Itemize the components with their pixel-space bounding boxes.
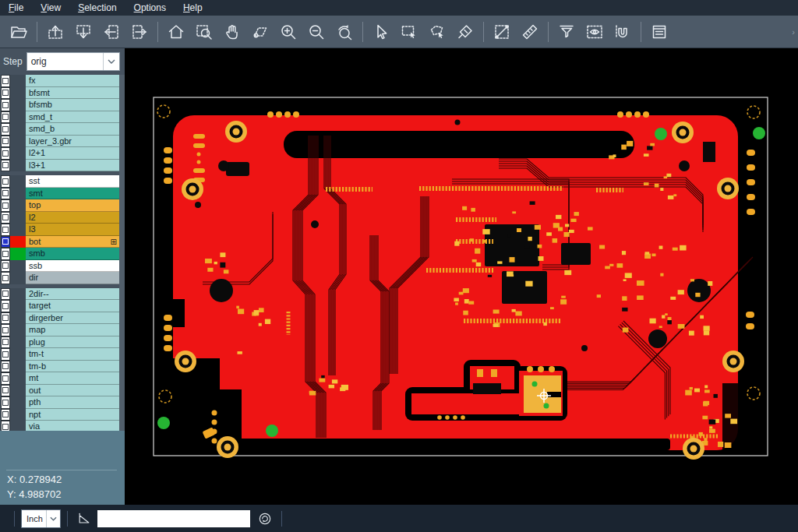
layer-checkbox[interactable]	[1, 147, 10, 160]
menu-item-selection[interactable]: Selection	[69, 0, 125, 16]
layer-checkbox[interactable]	[1, 396, 10, 409]
layer-checkbox[interactable]	[1, 336, 10, 349]
layer-row-l3[interactable]: l3	[0, 224, 125, 236]
layer-row-smt[interactable]: smt	[0, 188, 125, 200]
layer-checkbox[interactable]	[1, 160, 10, 172]
layer-checkbox[interactable]	[1, 188, 10, 200]
snap-button[interactable]	[609, 19, 637, 45]
layer-row-out[interactable]: out	[0, 385, 125, 397]
pan-button[interactable]	[218, 19, 246, 45]
layer-checkbox[interactable]	[1, 324, 10, 336]
layer-checkbox[interactable]	[1, 99, 10, 111]
filter-button[interactable]	[553, 19, 581, 45]
report-button[interactable]	[645, 19, 673, 45]
measure-button[interactable]	[488, 19, 516, 45]
sidebar-scrollbar[interactable]	[119, 75, 125, 479]
layer-row-npt[interactable]: npt	[0, 409, 125, 421]
layer-checkbox[interactable]	[1, 224, 10, 236]
layer-color-swatch	[10, 300, 26, 312]
layer-row-l2+1[interactable]: l2+1	[0, 147, 125, 160]
units-select[interactable]: Inch	[21, 509, 61, 528]
layer-checkbox[interactable]	[1, 312, 10, 325]
layer-row-target[interactable]: target	[0, 300, 125, 312]
layer-row-smd_t[interactable]: smd_t	[0, 111, 125, 124]
layer-visibility-button[interactable]	[581, 19, 609, 45]
layer-checkbox[interactable]	[1, 300, 10, 312]
layer-checkbox[interactable]	[1, 123, 10, 136]
cursor-y-readout: Y: 4.988702	[7, 488, 61, 500]
layer-row-layer_3.gbr[interactable]: layer_3.gbr	[0, 136, 125, 148]
layer-color-swatch	[10, 147, 26, 160]
move-right-button[interactable]	[125, 19, 154, 45]
layer-row-smb[interactable]: smb	[0, 248, 125, 260]
open-button[interactable]	[5, 19, 33, 45]
layer-checkbox[interactable]	[1, 272, 10, 284]
move-down-button[interactable]	[69, 19, 97, 45]
layer-row-bot[interactable]: bot⊞	[0, 236, 125, 248]
layer-checkbox[interactable]	[1, 199, 10, 212]
move-up-button[interactable]	[41, 19, 69, 45]
layer-row-map[interactable]: map	[0, 324, 125, 336]
layer-checkbox[interactable]	[1, 111, 10, 124]
layer-checkbox[interactable]	[1, 288, 10, 301]
layer-checkbox[interactable]	[1, 409, 10, 421]
layer-checkbox[interactable]	[1, 87, 10, 100]
layer-row-sst[interactable]: sst	[0, 175, 125, 188]
layer-row-mt[interactable]: mt	[0, 372, 125, 385]
layer-row-2dir--[interactable]: 2dir--	[0, 288, 125, 301]
layer-row-l3+1[interactable]: l3+1	[0, 160, 125, 172]
refresh-icon[interactable]	[255, 509, 275, 529]
layer-row-tm-b[interactable]: tm-b	[0, 361, 125, 373]
zoom-drag-button[interactable]	[246, 19, 274, 45]
layer-checkbox[interactable]	[1, 136, 10, 148]
layer-checkbox[interactable]	[1, 75, 10, 87]
layer-row-tm-t[interactable]: tm-t	[0, 348, 125, 361]
brush-button[interactable]	[451, 19, 479, 45]
layer-row-smd_b[interactable]: smd_b	[0, 123, 125, 136]
layer-row-top[interactable]: top	[0, 199, 125, 212]
corner-measure-icon[interactable]	[74, 509, 94, 529]
pan-icon	[223, 23, 242, 41]
select-button[interactable]	[367, 19, 395, 45]
layer-checkbox[interactable]	[1, 212, 10, 224]
layer-checkbox[interactable]	[1, 385, 10, 397]
grid-icon[interactable]: ⊞	[111, 236, 117, 248]
layer-checkbox[interactable]	[1, 260, 10, 273]
layer-row-bfsmt[interactable]: bfsmt	[0, 87, 125, 100]
layer-group: sstsmttopl2l3bot⊞smbssbdir	[0, 175, 125, 284]
layer-checkbox[interactable]	[1, 361, 10, 373]
menu-item-help[interactable]: Help	[175, 0, 211, 16]
select-rect-button[interactable]	[395, 19, 423, 45]
zoom-window-button[interactable]	[190, 19, 218, 45]
layer-label: tm-t	[26, 348, 119, 361]
checkbox-inner	[2, 251, 9, 257]
layer-row-ssb[interactable]: ssb	[0, 260, 125, 273]
layer-checkbox[interactable]	[1, 372, 10, 385]
move-left-button[interactable]	[97, 19, 125, 45]
layer-row-dir[interactable]: dir	[0, 272, 125, 284]
zoom-previous-button[interactable]	[330, 19, 358, 45]
home-button[interactable]	[162, 19, 190, 45]
zoom-out-button[interactable]	[302, 19, 330, 45]
layer-row-plug[interactable]: plug	[0, 336, 125, 349]
layer-row-l2[interactable]: l2	[0, 212, 125, 224]
checkbox-inner	[2, 162, 9, 168]
menu-item-view[interactable]: View	[32, 0, 69, 16]
zoom-in-button[interactable]	[274, 19, 302, 45]
menu-item-options[interactable]: Options	[125, 0, 175, 16]
step-select[interactable]: orig	[26, 52, 120, 71]
command-input[interactable]	[97, 510, 250, 527]
layer-checkbox[interactable]	[1, 348, 10, 361]
menu-item-file[interactable]: File	[0, 0, 32, 16]
layer-checkbox[interactable]	[1, 236, 10, 248]
layer-row-bfsmb[interactable]: bfsmb	[0, 99, 125, 111]
pcb-canvas[interactable]	[125, 48, 798, 505]
layer-row-fx[interactable]: fx	[0, 75, 125, 87]
layer-checkbox[interactable]	[1, 248, 10, 260]
ruler-button[interactable]	[516, 19, 544, 45]
select-poly-button[interactable]	[423, 19, 451, 45]
layer-group: 2dir--targetdirgerbermapplugtm-ttm-bmtou…	[0, 288, 125, 433]
layer-row-pth[interactable]: pth	[0, 396, 125, 409]
layer-checkbox[interactable]	[1, 175, 10, 188]
layer-row-dirgerber[interactable]: dirgerber	[0, 312, 125, 325]
